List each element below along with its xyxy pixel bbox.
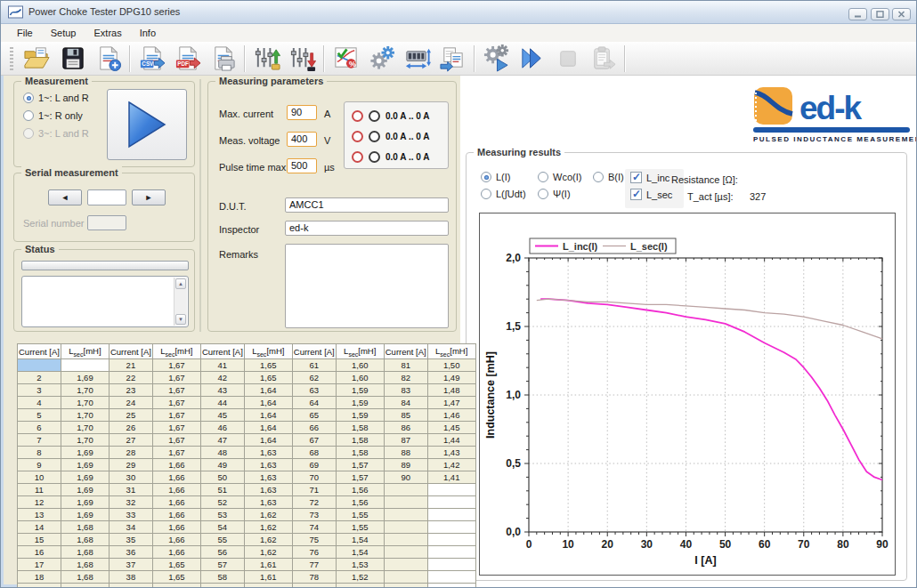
lsec-cell[interactable]: 1,65 [244, 372, 292, 384]
lsec-cell[interactable]: 1,58 [336, 447, 384, 459]
current-cell[interactable]: 48 [200, 447, 244, 459]
lsec-cell[interactable] [427, 521, 475, 534]
lsec-cell[interactable]: 1,64 [244, 409, 292, 422]
current-cell[interactable]: 54 [200, 521, 244, 534]
current-cell[interactable]: 43 [200, 384, 244, 397]
lsec-cell[interactable]: 1,59 [336, 384, 384, 397]
checkbox-show-l-sec[interactable]: L_sec [630, 189, 672, 200]
radio-plot-l-i[interactable]: L(I) [481, 172, 511, 182]
current-cell[interactable]: 84 [384, 397, 427, 409]
current-cell[interactable]: 74 [292, 521, 336, 534]
lsec-cell[interactable]: 1,49 [427, 372, 475, 384]
lsec-cell[interactable]: 1,56 [336, 484, 384, 496]
status-scrollbar[interactable]: ▲ ▼ [174, 278, 187, 326]
current-cell[interactable]: 75 [292, 534, 336, 546]
current-cell[interactable]: 14 [18, 521, 61, 534]
lsec-cell[interactable]: 1,60 [336, 359, 384, 372]
lsec-cell[interactable] [427, 534, 475, 546]
current-cell[interactable]: 53 [200, 509, 244, 521]
current-cell[interactable]: 27 [109, 434, 152, 447]
current-cell[interactable]: 33 [109, 509, 152, 521]
lsec-cell[interactable]: 1,70 [61, 397, 109, 409]
current-cell[interactable] [18, 359, 61, 372]
current-cell[interactable] [384, 571, 427, 584]
lsec-cell[interactable]: 1,61 [244, 559, 292, 571]
current-cell[interactable]: 36 [109, 546, 152, 559]
menu-item-file[interactable]: File [8, 26, 42, 40]
current-cell[interactable]: 28 [109, 447, 152, 459]
current-cell[interactable]: 24 [109, 397, 152, 409]
remarks-textarea[interactable] [285, 244, 449, 328]
current-cell[interactable]: 38 [109, 571, 152, 584]
current-cell[interactable]: 47 [200, 434, 244, 447]
status-log[interactable]: ▲ ▼ [21, 276, 189, 327]
lsec-cell[interactable]: 1,53 [336, 559, 384, 571]
current-cell[interactable]: 69 [292, 459, 336, 471]
menu-item-setup[interactable]: Setup [42, 26, 85, 40]
lsec-cell[interactable]: 1,59 [336, 409, 384, 422]
lsec-cell[interactable]: 1,55 [336, 509, 384, 521]
lsec-cell[interactable]: 1,43 [427, 447, 475, 459]
current-cell[interactable]: 49 [200, 459, 244, 471]
lsec-cell[interactable]: 1,42 [427, 459, 475, 471]
save-file-button[interactable] [54, 44, 90, 74]
current-cell[interactable] [384, 509, 427, 521]
current-cell[interactable]: 55 [200, 534, 244, 546]
lsec-cell[interactable]: 1,65 [244, 359, 292, 372]
current-cell[interactable]: 29 [109, 459, 152, 471]
start-measurement-button[interactable] [514, 44, 549, 74]
lsec-cell[interactable]: 1,62 [244, 546, 292, 559]
current-cell[interactable]: 2 [18, 372, 61, 384]
checkbox-show-l-inc[interactable]: L_inc [630, 172, 669, 183]
lsec-cell[interactable] [427, 559, 475, 571]
lsec-cell[interactable]: 1,64 [244, 397, 292, 409]
open-file-button[interactable] [19, 44, 54, 74]
lsec-cell[interactable]: 1,67 [152, 359, 200, 372]
current-cell[interactable] [384, 559, 427, 571]
lsec-cell[interactable]: 1,62 [244, 521, 292, 534]
current-cell[interactable]: 63 [292, 384, 336, 397]
lsec-cell[interactable]: 1,67 [152, 422, 200, 434]
lsec-cell[interactable]: 1,68 [61, 546, 109, 559]
current-cell[interactable]: 44 [200, 397, 244, 409]
current-cell[interactable]: 70 [292, 471, 336, 484]
lsec-cell[interactable]: 1,54 [336, 534, 384, 546]
current-cell[interactable]: 9 [18, 459, 61, 471]
serial-next-button[interactable]: ► [132, 189, 166, 205]
lsec-cell[interactable]: 1,48 [427, 384, 475, 397]
lsec-cell[interactable]: 1,58 [336, 422, 384, 434]
lsec-cell[interactable]: 1,56 [336, 496, 384, 509]
current-cell[interactable]: 3 [18, 384, 61, 397]
lsec-cell[interactable] [427, 509, 475, 521]
radio-mode-1ph-r-only[interactable]: 1~: R only [23, 110, 83, 121]
current-cell[interactable]: 51 [200, 484, 244, 496]
lsec-cell[interactable]: 1,70 [61, 384, 109, 397]
lsec-cell[interactable]: 1,52 [336, 584, 384, 588]
lsec-cell[interactable] [427, 484, 475, 496]
close-button[interactable] [892, 8, 911, 20]
lsec-cell[interactable]: 1,66 [152, 496, 200, 509]
current-cell[interactable]: 34 [109, 521, 152, 534]
current-cell[interactable]: 86 [384, 422, 427, 434]
current-cell[interactable]: 76 [292, 546, 336, 559]
lsec-cell[interactable]: 1,44 [427, 434, 475, 447]
lsec-cell[interactable]: 1,66 [152, 509, 200, 521]
current-cell[interactable]: 21 [109, 359, 152, 372]
serial-prev-button[interactable]: ◄ [48, 189, 82, 205]
menu-item-extras[interactable]: Extras [85, 26, 130, 40]
current-cell[interactable]: 56 [200, 546, 244, 559]
radio-plot-wco-i[interactable]: Wco(I) [538, 172, 581, 182]
current-cell[interactable]: 39 [109, 584, 152, 588]
current-cell[interactable]: 52 [200, 496, 244, 509]
lsec-cell[interactable] [427, 546, 475, 559]
current-cell[interactable]: 68 [292, 447, 336, 459]
current-cell[interactable]: 73 [292, 509, 336, 521]
parameter-save-button[interactable] [284, 44, 320, 74]
current-cell[interactable]: 13 [18, 509, 61, 521]
lsec-cell[interactable] [427, 496, 475, 509]
maximize-button[interactable] [871, 8, 889, 20]
lsec-cell[interactable]: 1,69 [61, 459, 109, 471]
lsec-cell[interactable]: 1,60 [336, 372, 384, 384]
current-cell[interactable] [384, 521, 427, 534]
current-cell[interactable]: 45 [200, 409, 244, 422]
